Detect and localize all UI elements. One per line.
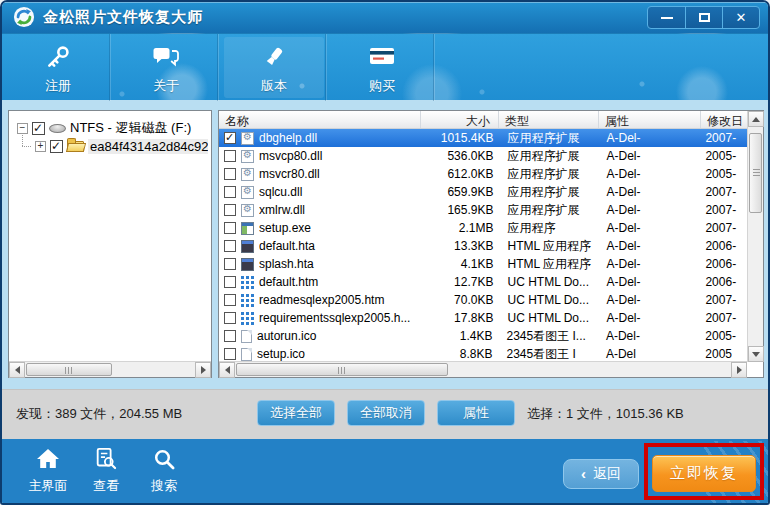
file-date: 2005	[701, 347, 747, 361]
drive-tree-panel: − NTFS - 逻辑磁盘 (F:) + ea84f4314a2d84c920	[8, 110, 212, 378]
file-size: 1.4KB	[423, 329, 501, 343]
file-row[interactable]: autorun.ico 1.4KB 2345看图王 I... A-Del- 20…	[219, 327, 747, 345]
file-type-icon	[241, 186, 254, 199]
file-checkbox[interactable]	[224, 258, 236, 270]
file-row[interactable]: msvcp80.dll 536.0KB 应用程序扩展 A-Del- 2005-	[219, 147, 747, 165]
file-size: 4.1KB	[424, 257, 501, 271]
app-window: 金松照片文件恢复大师 ✕ 注册 关于	[0, 0, 770, 505]
file-size: 13.3KB	[424, 239, 501, 253]
maximize-button[interactable]	[685, 7, 722, 28]
file-type-icon	[241, 150, 254, 163]
toolbar-version-button[interactable]: 版本	[224, 37, 324, 98]
select-all-button[interactable]: 选择全部	[257, 400, 335, 426]
scroll-up-button[interactable]	[748, 111, 764, 127]
file-size: 612.0KB	[424, 167, 501, 181]
file-size: 17.8KB	[424, 311, 501, 325]
file-type: UC HTML Do...	[501, 293, 600, 307]
tree-label-folder: ea84f4314a2d84c920	[88, 139, 208, 154]
tree-checkbox-drive[interactable]	[32, 122, 45, 135]
column-header-size[interactable]: 大小	[421, 111, 499, 128]
file-checkbox[interactable]	[224, 150, 236, 162]
file-row[interactable]: dbghelp.dll 1015.4KB 应用程序扩展 A-Del- 2007-	[219, 129, 747, 147]
file-checkbox[interactable]	[224, 132, 236, 144]
file-checkbox[interactable]	[224, 276, 236, 288]
file-name: xmlrw.dll	[259, 203, 424, 217]
scroll-down-button[interactable]	[748, 346, 764, 362]
scrollbar-thumb[interactable]	[26, 363, 112, 376]
file-list-vertical-scrollbar[interactable]	[747, 111, 763, 362]
file-row[interactable]: splash.hta 4.1KB HTML 应用程序 A-Del- 2006-	[219, 255, 747, 273]
tree-checkbox-folder[interactable]	[50, 140, 63, 153]
file-date: 2005-	[701, 149, 747, 163]
file-size: 12.7KB	[424, 275, 501, 289]
scroll-left-button[interactable]	[9, 362, 25, 378]
file-checkbox[interactable]	[224, 240, 236, 252]
toolbar-register-button[interactable]: 注册	[8, 37, 108, 98]
file-checkbox[interactable]	[224, 294, 236, 306]
file-name: msvcr80.dll	[259, 167, 424, 181]
disk-icon	[49, 124, 66, 133]
file-type-icon	[241, 276, 254, 289]
nav-main-screen[interactable]: 主界面	[20, 447, 76, 495]
scrollbar-thumb[interactable]	[749, 133, 762, 213]
file-type: 应用程序扩展	[501, 130, 600, 147]
file-row[interactable]: default.hta 13.3KB HTML 应用程序 A-Del- 2006…	[219, 237, 747, 255]
file-row[interactable]: xmlrw.dll 165.9KB 应用程序扩展 A-Del- 2007-	[219, 201, 747, 219]
column-header-name[interactable]: 名称	[219, 111, 421, 128]
deselect-all-button[interactable]: 全部取消	[347, 400, 425, 426]
file-type-icon	[241, 222, 254, 235]
file-name: msvcp80.dll	[259, 149, 424, 163]
file-row[interactable]: default.htm 12.7KB UC HTML Do... A-Del- …	[219, 273, 747, 291]
file-checkbox[interactable]	[224, 222, 236, 234]
recover-now-button[interactable]: 立即恢复	[652, 455, 756, 492]
file-size: 165.9KB	[424, 203, 501, 217]
file-row[interactable]: readmesqlexp2005.htm 70.0KB UC HTML Do..…	[219, 291, 747, 309]
file-checkbox[interactable]	[224, 186, 236, 198]
scroll-left-button[interactable]	[219, 362, 235, 378]
file-type-icon	[241, 258, 254, 271]
file-type-icon	[241, 294, 254, 307]
file-size: 2.1MB	[424, 221, 501, 235]
file-attributes: A-Del-	[600, 293, 701, 307]
toolbar-buy-label: 购买	[332, 77, 432, 95]
file-checkbox[interactable]	[224, 204, 236, 216]
arrow-left-icon	[15, 366, 20, 374]
file-checkbox[interactable]	[224, 168, 236, 180]
file-checkbox[interactable]	[224, 312, 236, 324]
scrollbar-thumb[interactable]	[236, 363, 448, 376]
expand-box[interactable]: +	[35, 141, 46, 152]
tree-horizontal-scrollbar[interactable]	[9, 361, 211, 377]
back-button[interactable]: ‹ 返回	[563, 459, 639, 489]
nav-search[interactable]: 搜索	[140, 447, 188, 495]
close-button[interactable]: ✕	[722, 7, 759, 28]
file-attributes: A-Del	[600, 347, 701, 361]
nav-search-label: 搜索	[140, 477, 188, 495]
tree-node-folder[interactable]: + ea84f4314a2d84c920	[35, 139, 208, 154]
file-row[interactable]: setup.exe 2.1MB 应用程序 A-Del- 2007-	[219, 219, 747, 237]
file-type: HTML 应用程序	[501, 256, 600, 273]
file-attributes: A-Del-	[600, 167, 701, 181]
file-row[interactable]: msvcr80.dll 612.0KB 应用程序扩展 A-Del- 2005-	[219, 165, 747, 183]
nav-main-label: 主界面	[20, 477, 76, 495]
file-date: 2006-	[701, 257, 747, 271]
scroll-right-button[interactable]	[731, 362, 747, 378]
scroll-right-button[interactable]	[195, 362, 211, 378]
properties-button[interactable]: 属性	[437, 400, 515, 426]
column-header-date[interactable]: 修改日	[701, 111, 747, 128]
file-row[interactable]: sqlcu.dll 659.9KB 应用程序扩展 A-Del- 2007-	[219, 183, 747, 201]
file-row[interactable]: setup.ico 8.8KB 2345看图王 I A-Del 2005	[219, 345, 747, 361]
column-header-attr[interactable]: 属性	[599, 111, 701, 128]
tree-node-drive[interactable]: − NTFS - 逻辑磁盘 (F:)	[17, 119, 191, 137]
collapse-box[interactable]: −	[17, 123, 28, 134]
column-header-type[interactable]: 类型	[499, 111, 599, 128]
file-list-horizontal-scrollbar[interactable]	[219, 361, 747, 377]
file-checkbox[interactable]	[224, 348, 236, 360]
toolbar-about-button[interactable]: 关于	[116, 37, 216, 98]
file-row[interactable]: requirementssqlexp2005.h... 17.8KB UC HT…	[219, 309, 747, 327]
minimize-button[interactable]	[648, 7, 685, 28]
file-checkbox[interactable]	[224, 330, 236, 342]
toolbar-buy-button[interactable]: 购买	[332, 37, 432, 98]
nav-view[interactable]: 查看	[82, 447, 130, 495]
file-date: 2007-	[701, 221, 747, 235]
file-name: readmesqlexp2005.htm	[259, 293, 424, 307]
